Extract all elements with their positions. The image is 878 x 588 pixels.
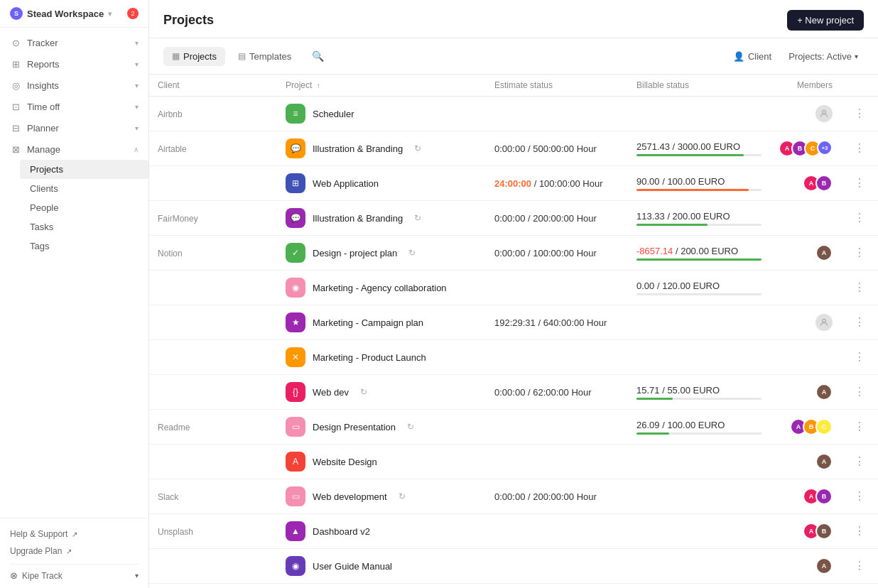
help-support-link[interactable]: Help & Support ↗ (10, 526, 139, 543)
table-row: ◉ Marketing - Agency collaboration 0.00 … (149, 271, 878, 305)
svg-point-0 (823, 110, 826, 114)
sidebar-item-projects[interactable]: Projects (20, 160, 148, 179)
members-cell: A (770, 445, 841, 479)
col-project[interactable]: Project ↑ (277, 75, 486, 97)
more-options-button[interactable]: ⋮ (850, 209, 869, 227)
client-name: Slack (158, 492, 178, 502)
actions-cell[interactable]: ⋮ (841, 479, 878, 514)
actions-cell[interactable]: ⋮ (841, 549, 878, 584)
workspace-selector[interactable]: S Stead Workspace ▾ (10, 7, 112, 20)
estimate-value: 24:00:00 / 100:00:00 Hour (494, 178, 603, 189)
project-cell[interactable]: ⊞ Web Application (277, 166, 486, 201)
project-cell[interactable]: ▭ Design Presentation ↻ (277, 410, 486, 445)
sidebar-item-manage[interactable]: ⊠ Manage ∧ (0, 138, 148, 160)
project-cell[interactable]: ✓ Design - project plan ↻ (277, 236, 486, 271)
kipe-track-switcher[interactable]: ⊗ Kipe Track ▾ (10, 564, 139, 581)
projects-status-filter[interactable]: Projects: Active ▾ (783, 48, 864, 65)
actions-cell[interactable]: ⋮ (841, 305, 878, 340)
estimate-value: 0:00:00 / 62:00:00 Hour (494, 387, 592, 398)
sync-icon: ↻ (408, 248, 416, 258)
person-icon: 👤 (733, 51, 744, 62)
projects-filter-label: Projects: Active (788, 51, 852, 62)
kipe-icon: ⊗ (10, 570, 18, 581)
client-filter[interactable]: 👤 Client (727, 48, 777, 65)
more-options-button[interactable]: ⋮ (850, 104, 869, 122)
estimate-cell (486, 410, 628, 445)
project-cell[interactable]: ≡ Scheduler (277, 97, 486, 131)
project-cell[interactable]: 💬 Illustration & Branding ↻ (277, 131, 486, 166)
upgrade-plan-link[interactable]: Upgrade Plan ↗ (10, 543, 139, 560)
project-cell[interactable]: A Website Design (277, 445, 486, 479)
external-link-icon: ↗ (66, 548, 72, 555)
project-cell[interactable]: ▲ Dashboard v2 (277, 514, 486, 549)
notification-badge[interactable]: 2 (127, 8, 139, 19)
project-cell[interactable]: ◉ User Guide Manual (277, 549, 486, 584)
more-options-button[interactable]: ⋮ (850, 557, 869, 575)
more-options-button[interactable]: ⋮ (850, 418, 869, 435)
project-cell[interactable]: 💬 Illustration & Branding ↻ (277, 201, 486, 236)
more-options-button[interactable]: ⋮ (850, 139, 869, 157)
actions-cell[interactable]: ⋮ (841, 271, 878, 305)
more-options-button[interactable]: ⋮ (850, 383, 869, 401)
more-options-button[interactable]: ⋮ (850, 244, 869, 261)
actions-cell[interactable]: ⋮ (841, 340, 878, 375)
billable-cell: 15.71 / 55.00 EURO (628, 375, 770, 410)
sidebar-item-clients[interactable]: Clients (20, 179, 148, 198)
more-options-button[interactable]: ⋮ (850, 522, 869, 540)
actions-cell[interactable]: ⋮ (841, 236, 878, 271)
avatar-group: A (815, 244, 833, 261)
sidebar-item-people[interactable]: People (20, 198, 148, 217)
more-options-button[interactable]: ⋮ (850, 174, 869, 192)
more-options-button[interactable]: ⋮ (850, 278, 869, 296)
sidebar-item-tracker[interactable]: ⊙ Tracker ▾ (0, 32, 148, 53)
search-button[interactable]: 🔍 (307, 45, 328, 67)
workspace-name-label: Stead Workspace (27, 9, 104, 19)
table-row: Readme ▭ Design Presentation ↻ 26.09 / 1… (149, 410, 878, 445)
sidebar-item-insights[interactable]: ◎ Insights ▾ (0, 75, 148, 96)
project-cell[interactable]: ★ Marketing - Campaign plan (277, 305, 486, 340)
projects-table: Client Project ↑ Estimate status Billabl… (149, 75, 878, 584)
project-cell[interactable]: ◉ Marketing - Agency collaboration (277, 271, 486, 305)
project-cell[interactable]: {} Web dev ↻ (277, 375, 486, 410)
people-label: People (30, 202, 58, 213)
toolbar: ▦ Projects ▤ Templates 🔍 👤 Client Projec… (149, 38, 878, 75)
project-icon: ≡ (286, 104, 305, 124)
sidebar-item-tags[interactable]: Tags (20, 236, 148, 256)
billable-cell (628, 479, 770, 514)
project-cell[interactable]: ▭ Web development ↻ (277, 479, 486, 514)
estimate-value: 0:00:00 / 500:00:00 Hour (494, 143, 597, 154)
actions-cell[interactable]: ⋮ (841, 514, 878, 549)
actions-cell[interactable]: ⋮ (841, 166, 878, 201)
client-name: Notion (158, 249, 183, 258)
project-cell[interactable]: ✕ Marketing - Product Launch (277, 340, 486, 375)
sidebar-item-reports[interactable]: ⊞ Reports ▾ (0, 53, 148, 75)
manage-chevron: ∧ (134, 146, 139, 153)
members-cell: A (770, 549, 841, 584)
actions-cell[interactable]: ⋮ (841, 410, 878, 445)
actions-cell[interactable]: ⋮ (841, 445, 878, 479)
col-members: Members (770, 75, 841, 97)
progress-bar (636, 258, 762, 261)
estimate-cell (486, 271, 628, 305)
actions-cell[interactable]: ⋮ (841, 375, 878, 410)
tab-templates[interactable]: ▤ Templates (229, 47, 300, 66)
actions-cell[interactable]: ⋮ (841, 201, 878, 236)
progress-bar (636, 293, 762, 295)
sidebar-item-tasks[interactable]: Tasks (20, 217, 148, 236)
tab-projects[interactable]: ▦ Projects (163, 47, 225, 66)
sidebar-item-planner[interactable]: ⊟ Planner ▾ (0, 117, 148, 138)
actions-cell[interactable]: ⋮ (841, 97, 878, 131)
avatar-group: AB (803, 175, 833, 192)
billable-cell (628, 549, 770, 584)
more-options-button[interactable]: ⋮ (850, 348, 869, 366)
billable-cell: -8657.14 / 200.00 EURO (628, 236, 770, 271)
new-project-button[interactable]: + New project (787, 10, 864, 31)
actions-cell[interactable]: ⋮ (841, 131, 878, 166)
sidebar-item-timeoff[interactable]: ⊡ Time off ▾ (0, 96, 148, 117)
more-options-button[interactable]: ⋮ (850, 452, 869, 470)
client-cell (149, 340, 277, 375)
more-options-button[interactable]: ⋮ (850, 487, 869, 505)
table-header-row: Client Project ↑ Estimate status Billabl… (149, 75, 878, 97)
more-options-button[interactable]: ⋮ (850, 313, 869, 331)
avatar: A (815, 453, 833, 470)
